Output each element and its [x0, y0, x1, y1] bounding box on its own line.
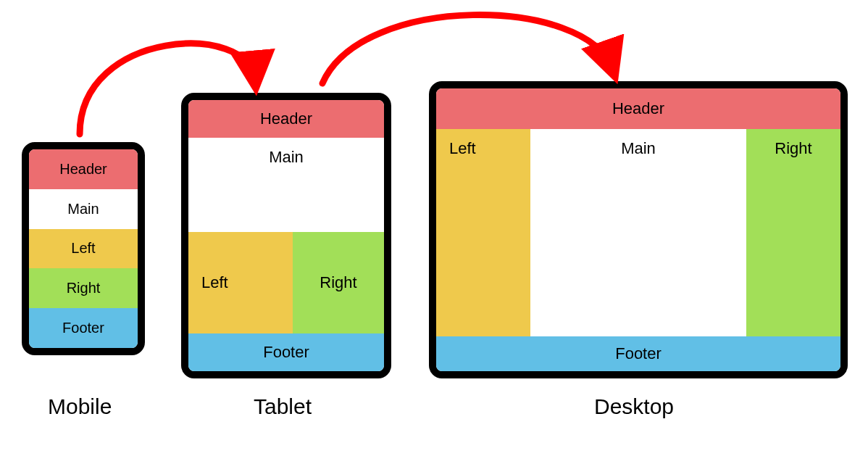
arrow-tablet-to-desktop: [322, 15, 612, 83]
mobile-header-region: Header: [29, 149, 138, 189]
tablet-header-region: Header: [188, 100, 384, 138]
mobile-right-region: Right: [29, 268, 138, 308]
desktop-main-region: Main: [530, 129, 746, 336]
mobile-caption: Mobile: [48, 394, 112, 419]
mobile-device-frame: Header Main Left Right Footer: [22, 142, 145, 355]
tablet-main-region: Main: [188, 138, 384, 232]
tablet-device-frame: Header Main Left Right Footer: [181, 93, 391, 378]
tablet-caption: Tablet: [254, 394, 312, 419]
responsive-layout-diagram: Header Main Left Right Footer Header Mai…: [0, 0, 868, 456]
mobile-footer-region: Footer: [29, 308, 138, 348]
desktop-device-frame: Header Left Main Right Footer: [429, 81, 848, 378]
desktop-left-region: Left: [436, 129, 530, 336]
desktop-header-region: Header: [436, 88, 840, 129]
desktop-right-region: Right: [746, 129, 840, 336]
tablet-left-region: Left: [188, 232, 293, 333]
mobile-left-region: Left: [29, 229, 138, 269]
mobile-main-region: Main: [29, 189, 138, 229]
desktop-footer-region: Footer: [436, 336, 840, 371]
desktop-caption: Desktop: [594, 394, 674, 419]
tablet-right-region: Right: [293, 232, 384, 333]
tablet-footer-region: Footer: [188, 333, 384, 371]
